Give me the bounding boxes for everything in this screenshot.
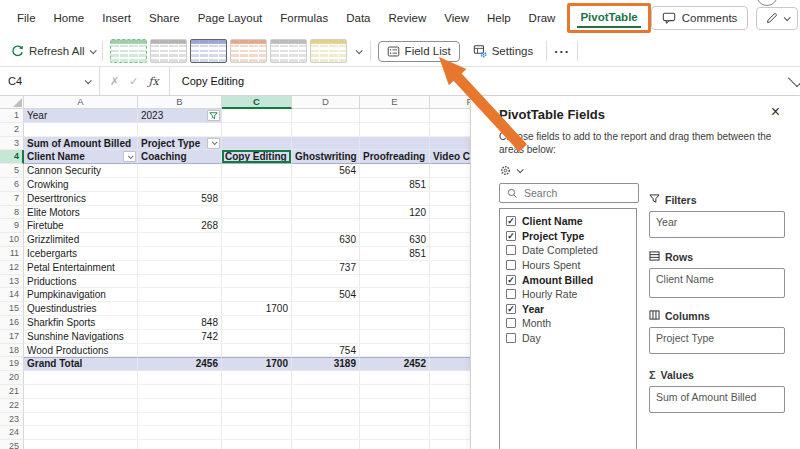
row-header-8[interactable]: 8 bbox=[0, 206, 24, 220]
cell-C25[interactable] bbox=[222, 440, 292, 449]
editing-mode-button[interactable] bbox=[756, 7, 798, 30]
cell-E3[interactable] bbox=[360, 137, 430, 151]
cell-C24[interactable] bbox=[222, 426, 292, 440]
cell-F24[interactable] bbox=[430, 426, 470, 440]
menu-tab-share[interactable]: Share bbox=[140, 6, 189, 30]
cell-F23[interactable] bbox=[430, 413, 470, 427]
menu-tab-draw[interactable]: Draw bbox=[520, 6, 565, 30]
row-header-23[interactable]: 23 bbox=[0, 413, 24, 427]
field-item-client-name[interactable]: ✓Client Name bbox=[500, 214, 636, 229]
cell-C12[interactable] bbox=[222, 261, 292, 275]
cell-F15[interactable] bbox=[430, 302, 470, 316]
cell-E1[interactable] bbox=[360, 109, 430, 123]
cell-F1[interactable] bbox=[430, 109, 470, 123]
cell-E11[interactable]: 851 bbox=[360, 247, 430, 261]
search-input[interactable] bbox=[524, 187, 624, 199]
row-header-10[interactable]: 10 bbox=[0, 233, 24, 247]
pivot-style-gray-style[interactable] bbox=[150, 39, 187, 63]
cell-B12[interactable] bbox=[138, 261, 222, 275]
area-value-chip[interactable]: Sum of Amount Billed bbox=[656, 391, 778, 403]
refresh-all-button[interactable]: Refresh All bbox=[10, 44, 95, 58]
cell-E7[interactable] bbox=[360, 192, 430, 206]
cell-B3[interactable]: Project Type bbox=[138, 137, 222, 151]
cell-D8[interactable] bbox=[292, 206, 360, 220]
cell-E14[interactable] bbox=[360, 288, 430, 302]
cell-F25[interactable] bbox=[430, 440, 470, 449]
cell-C15[interactable]: 1700 bbox=[222, 302, 292, 316]
cell-D13[interactable] bbox=[292, 275, 360, 289]
area-value-chip[interactable]: Client Name bbox=[656, 273, 778, 285]
cell-C13[interactable] bbox=[222, 275, 292, 289]
cell-D18[interactable]: 754 bbox=[292, 344, 360, 358]
pivot-style-orange-style[interactable] bbox=[230, 39, 267, 63]
cell-A10[interactable]: Grizzlimited bbox=[24, 233, 138, 247]
cell-D3[interactable] bbox=[292, 137, 360, 151]
cell-E6[interactable]: 851 bbox=[360, 178, 430, 192]
cell-F19[interactable] bbox=[430, 357, 470, 371]
cell-B10[interactable] bbox=[138, 233, 222, 247]
cell-A19[interactable]: Grand Total bbox=[24, 357, 138, 371]
cell-D24[interactable] bbox=[292, 426, 360, 440]
row-header-9[interactable]: 9 bbox=[0, 219, 24, 233]
cell-B11[interactable] bbox=[138, 247, 222, 261]
cell-E24[interactable] bbox=[360, 426, 430, 440]
checkbox-month[interactable] bbox=[506, 318, 516, 328]
cell-C4[interactable]: Copy Editing bbox=[222, 150, 292, 164]
cell-D23[interactable] bbox=[292, 413, 360, 427]
cell-A17[interactable]: Sunshine Navigations bbox=[24, 330, 138, 344]
cell-B22[interactable] bbox=[138, 399, 222, 413]
row-header-2[interactable]: 2 bbox=[0, 123, 24, 137]
cell-A16[interactable]: Sharkfin Sports bbox=[24, 316, 138, 330]
cell-B23[interactable] bbox=[138, 413, 222, 427]
row-header-13[interactable]: 13 bbox=[0, 275, 24, 289]
cell-D6[interactable] bbox=[292, 178, 360, 192]
row-header-25[interactable]: 25 bbox=[0, 440, 24, 449]
cell-F3[interactable] bbox=[430, 137, 470, 151]
cell-F18[interactable] bbox=[430, 344, 470, 358]
cell-D5[interactable]: 564 bbox=[292, 164, 360, 178]
cell-E5[interactable] bbox=[360, 164, 430, 178]
cell-F20[interactable] bbox=[430, 371, 470, 385]
gallery-more-chevron-icon[interactable] bbox=[355, 47, 362, 54]
cell-D11[interactable] bbox=[292, 247, 360, 261]
cell-A20[interactable] bbox=[24, 371, 138, 385]
cell-F11[interactable] bbox=[430, 247, 470, 261]
cell-E22[interactable] bbox=[360, 399, 430, 413]
cell-D1[interactable] bbox=[292, 109, 360, 123]
cell-E19[interactable]: 2452 bbox=[360, 357, 430, 371]
cell-A8[interactable]: Elite Motors bbox=[24, 206, 138, 220]
cell-D2[interactable] bbox=[292, 123, 360, 137]
cell-E2[interactable] bbox=[360, 123, 430, 137]
pivot-style-gray-style-2[interactable] bbox=[270, 39, 307, 63]
cell-C20[interactable] bbox=[222, 371, 292, 385]
row-header-15[interactable]: 15 bbox=[0, 302, 24, 316]
cell-D22[interactable] bbox=[292, 399, 360, 413]
cell-C21[interactable] bbox=[222, 385, 292, 399]
cell-E12[interactable] bbox=[360, 261, 430, 275]
checkbox-amount-billed[interactable]: ✓ bbox=[506, 275, 516, 285]
cell-F10[interactable] bbox=[430, 233, 470, 247]
cell-E20[interactable] bbox=[360, 371, 430, 385]
cell-A11[interactable]: Icebergarts bbox=[24, 247, 138, 261]
cell-C6[interactable] bbox=[222, 178, 292, 192]
column-header-C[interactable]: C bbox=[222, 96, 292, 109]
area-value-chip[interactable]: Year bbox=[656, 216, 778, 228]
row-header-6[interactable]: 6 bbox=[0, 178, 24, 192]
tab-pivottable[interactable]: PivotTable bbox=[567, 3, 650, 33]
area-values-box[interactable]: Sum of Amount Billed bbox=[649, 386, 785, 413]
cell-C22[interactable] bbox=[222, 399, 292, 413]
cell-D17[interactable] bbox=[292, 330, 360, 344]
checkbox-year[interactable]: ✓ bbox=[506, 304, 516, 314]
column-header-F[interactable]: F bbox=[430, 96, 470, 109]
cell-B8[interactable] bbox=[138, 206, 222, 220]
checkbox-hours-spent[interactable] bbox=[506, 260, 516, 270]
cell-A23[interactable] bbox=[24, 413, 138, 427]
confirm-entry-icon[interactable]: ✓ bbox=[129, 75, 138, 88]
row-header-7[interactable]: 7 bbox=[0, 192, 24, 206]
checkbox-day[interactable] bbox=[506, 333, 516, 343]
cell-A2[interactable] bbox=[24, 123, 138, 137]
row-header-17[interactable]: 17 bbox=[0, 330, 24, 344]
cell-B6[interactable] bbox=[138, 178, 222, 192]
cell-A5[interactable]: Cannon Security bbox=[24, 164, 138, 178]
cell-E25[interactable] bbox=[360, 440, 430, 449]
